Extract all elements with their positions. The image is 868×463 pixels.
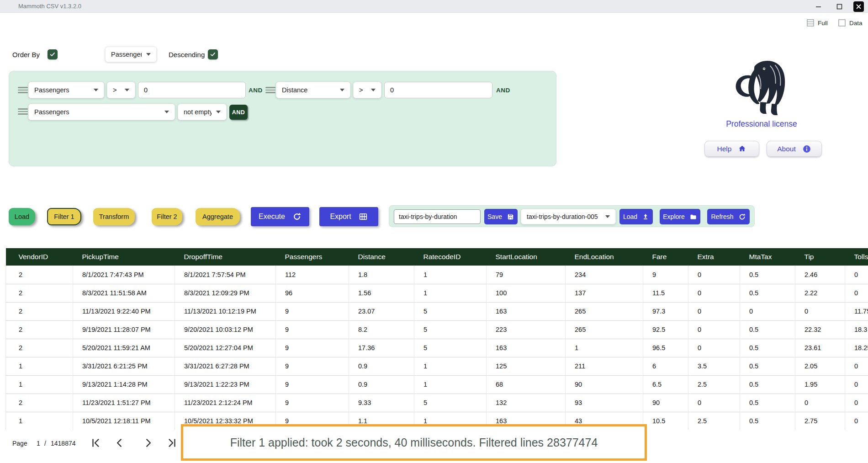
transform-step-button[interactable]: Transform xyxy=(93,208,135,225)
table-cell: 0.5 xyxy=(740,412,795,430)
full-view-toggle[interactable]: Full xyxy=(807,19,828,27)
filter1-operator-dropdown[interactable]: > xyxy=(107,82,135,98)
column-header[interactable]: Passengers xyxy=(276,248,349,266)
table-row[interactable]: 211/23/2021 1:51:27 PM11/23/2021 2:12:24… xyxy=(6,394,868,412)
order-by-checkbox[interactable] xyxy=(48,49,58,59)
current-page[interactable]: 1 xyxy=(37,440,40,447)
table-cell: 125 xyxy=(487,357,566,375)
table-row[interactable]: 211/13/2021 9:22:40 PM11/13/2021 10:12:1… xyxy=(6,302,868,320)
load-session-button[interactable]: Load xyxy=(619,209,653,224)
titlebar: Mammoth CSV v1.3.2.0 xyxy=(0,0,868,13)
table-cell: 9 xyxy=(276,357,349,375)
column-header[interactable]: Tip xyxy=(795,248,845,266)
filter1-column-dropdown[interactable]: Passengers xyxy=(28,82,104,98)
table-cell: 9 xyxy=(276,394,349,412)
info-icon xyxy=(802,144,811,154)
table-cell: 5 xyxy=(414,320,487,339)
chevron-down-icon xyxy=(125,89,129,91)
descending-checkbox[interactable] xyxy=(208,49,218,59)
explore-button[interactable]: Explore xyxy=(660,209,700,224)
column-header[interactable]: Tolls xyxy=(845,248,868,266)
data-table: VendorIDPickupTimeDropoffTimePassengersD… xyxy=(5,248,868,430)
refresh-sessions-button[interactable]: Refresh xyxy=(707,209,750,224)
maximize-button[interactable] xyxy=(833,0,845,13)
export-button[interactable]: Export xyxy=(319,207,378,226)
add-condition-and-button[interactable]: AND xyxy=(229,105,248,120)
first-page-button[interactable] xyxy=(90,436,102,449)
minimize-button[interactable] xyxy=(812,0,824,13)
table-row[interactable]: 13/31/2021 6:21:25 PM3/31/2021 6:27:28 P… xyxy=(6,357,868,375)
refresh-icon xyxy=(292,212,302,221)
table-row[interactable]: 25/20/2021 11:59:21 AM5/20/2021 12:27:04… xyxy=(6,339,868,357)
close-button[interactable] xyxy=(853,1,864,12)
save-button[interactable]: Save xyxy=(484,209,518,224)
column-header[interactable]: PickupTime xyxy=(73,248,175,266)
data-view-toggle[interactable]: Data xyxy=(838,19,863,27)
column-header[interactable]: RatecodeID xyxy=(414,248,487,266)
previous-page-button[interactable] xyxy=(113,436,126,449)
order-by-column-dropdown[interactable]: Passengers xyxy=(105,47,157,62)
column-header[interactable]: VendorID xyxy=(6,248,73,266)
column-header[interactable]: Distance xyxy=(349,248,414,266)
execute-button[interactable]: Execute xyxy=(251,207,309,226)
aggregate-step-button[interactable]: Aggregate xyxy=(196,208,240,225)
filter3-column-value: Passengers xyxy=(34,108,160,116)
order-by-label: Order By xyxy=(12,51,40,59)
filter1-step-button[interactable]: Filter 1 xyxy=(47,208,81,225)
table-cell: 18.25 xyxy=(845,339,868,357)
column-header[interactable]: MtaTax xyxy=(740,248,795,266)
filter3-column-dropdown[interactable]: Passengers xyxy=(28,104,175,120)
column-header[interactable]: Fare xyxy=(643,248,688,266)
table-cell: 9/19/2021 11:28:07 PM xyxy=(73,320,175,339)
drag-handle-icon[interactable] xyxy=(18,108,28,115)
filter1-value-input[interactable] xyxy=(138,82,246,98)
table-cell: 0 xyxy=(688,394,740,412)
help-button[interactable]: Help xyxy=(704,141,759,157)
filter2-column-dropdown[interactable]: Distance xyxy=(276,82,350,98)
table-cell: 96.5 xyxy=(643,339,688,357)
explore-button-label: Explore xyxy=(663,213,684,220)
data-view-label: Data xyxy=(849,20,863,27)
chevron-down-icon xyxy=(164,111,169,113)
table-cell: 1 xyxy=(566,339,643,357)
table-cell: 5 xyxy=(414,394,487,412)
column-header[interactable]: DropoffTime xyxy=(175,248,276,266)
table-cell: 23.07 xyxy=(349,302,414,320)
session-name-input[interactable] xyxy=(394,209,481,224)
next-page-button[interactable] xyxy=(142,436,154,449)
filter2-step-button[interactable]: Filter 2 xyxy=(152,208,182,225)
table-cell: 9/13/2021 1:14:28 PM xyxy=(73,375,175,394)
table-row[interactable]: 19/13/2021 1:14:28 PM9/13/2021 1:22:23 P… xyxy=(6,375,868,394)
table-cell: 11/23/2021 1:51:27 PM xyxy=(73,394,175,412)
table-cell: 112 xyxy=(276,266,349,284)
table-cell: 0 xyxy=(845,394,868,412)
total-pages: 1418874 xyxy=(51,440,76,447)
column-header[interactable]: StartLocation xyxy=(487,248,566,266)
filter2-value-input[interactable] xyxy=(384,82,492,98)
table-cell: 1.8 xyxy=(349,266,414,284)
saved-session-dropdown[interactable]: taxi-trips-by-duration-005 xyxy=(521,209,616,224)
column-header[interactable]: Extra xyxy=(688,248,740,266)
table-cell: 0 xyxy=(845,412,868,430)
table-cell: 22.32 xyxy=(795,320,845,339)
table-cell: 8/3/2021 12:09:29 PM xyxy=(175,284,276,302)
load-step-button[interactable]: Load xyxy=(9,208,35,225)
drag-handle-icon[interactable] xyxy=(18,87,28,93)
table-cell: 0 xyxy=(688,320,740,339)
last-page-button[interactable] xyxy=(165,436,178,449)
table-cell: 97.3 xyxy=(643,302,688,320)
filter3-operator-dropdown[interactable]: not empty xyxy=(178,104,227,120)
column-header[interactable]: EndLocation xyxy=(566,248,643,266)
table-row[interactable]: 29/19/2021 11:28:07 PM9/20/2021 10:03:12… xyxy=(6,320,868,339)
table-cell: 2 xyxy=(6,339,73,357)
table-cell: 11.75 xyxy=(845,302,868,320)
drag-handle-icon[interactable] xyxy=(265,87,275,93)
refresh-button-label: Refresh xyxy=(711,213,733,220)
table-row[interactable]: 28/3/2021 11:51:58 AM8/3/2021 12:09:29 P… xyxy=(6,284,868,302)
filter2-operator-dropdown[interactable]: > xyxy=(353,82,381,98)
filter1-column-value: Passengers xyxy=(34,86,89,94)
table-row[interactable]: 28/1/2021 7:47:43 PM8/1/2021 7:57:54 PM1… xyxy=(6,266,868,284)
about-button[interactable]: About xyxy=(767,141,822,157)
table-cell: 3/31/2021 6:27:28 PM xyxy=(175,357,276,375)
filter1-operator-value: > xyxy=(113,86,120,94)
